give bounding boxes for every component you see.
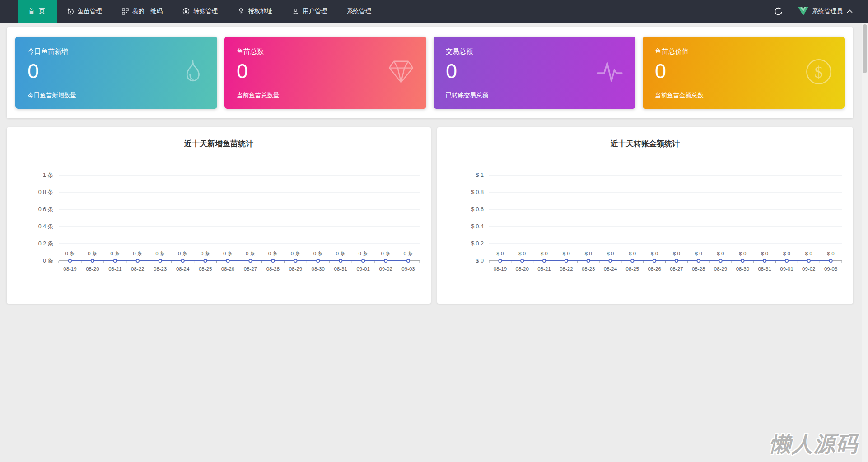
diamond-icon [387,59,415,86]
svg-text:09-01: 09-01 [356,266,369,272]
svg-text:08-20: 08-20 [86,266,99,272]
svg-text:0 条: 0 条 [65,251,75,256]
svg-text:$ 0: $ 0 [651,251,658,256]
svg-text:0 条: 0 条 [291,251,300,256]
svg-text:0 条: 0 条 [336,251,345,256]
svg-text:$ 0: $ 0 [563,251,570,256]
svg-text:08-30: 08-30 [736,266,749,272]
nav-item-home[interactable]: 首 页 [18,0,57,23]
svg-text:0 条: 0 条 [133,251,142,256]
svg-text:08-24: 08-24 [176,266,190,272]
svg-text:$ 0.8: $ 0.8 [471,189,484,195]
key-icon [238,8,244,15]
line-chart-new-fry[interactable]: 1 条0.8 条0.6 条0.4 条0.2 条0 条0 条08-190 条08-… [7,153,431,299]
svg-text:$ 0: $ 0 [496,251,504,256]
svg-text:0 条: 0 条 [178,251,187,256]
stat-title: 今日鱼苗新增 [28,47,205,56]
svg-text:$ 0: $ 0 [761,251,768,256]
fish-icon [67,8,74,15]
stat-title: 交易总额 [446,47,623,56]
chart-card-transfer-amount: 近十天转账金额统计 $ 1$ 0.8$ 0.6$ 0.4$ 0.2$ 0$ 00… [437,127,853,304]
svg-text:0.2 条: 0.2 条 [38,240,53,247]
nav-item-system-management[interactable]: 系统管理 [337,0,381,23]
qrcode-icon [122,8,129,15]
svg-text:08-29: 08-29 [714,266,727,272]
svg-text:0 条: 0 条 [43,258,53,264]
user-name: 系统管理员 [812,7,843,15]
svg-text:$ 0.4: $ 0.4 [471,223,484,230]
chart-title: 近十天新增鱼苗统计 [7,127,431,149]
svg-text:$ 0.2: $ 0.2 [471,240,484,247]
refresh-icon[interactable] [774,7,783,16]
nav-item-my-qrcode[interactable]: 我的二维码 [112,0,173,23]
svg-text:0 条: 0 条 [223,251,233,256]
svg-text:09-02: 09-02 [379,266,392,272]
nav-item-authorized-address[interactable]: 授权地址 [228,0,282,23]
svg-text:$ 0: $ 0 [629,251,636,256]
stat-title: 鱼苗总数 [237,47,414,56]
svg-text:08-29: 08-29 [289,266,302,272]
scrollbar-thumb[interactable] [863,24,867,73]
vue-logo-icon [798,7,808,16]
svg-text:0 条: 0 条 [313,251,323,256]
svg-text:$ 0: $ 0 [518,251,526,256]
svg-text:$ 0: $ 0 [541,251,548,256]
svg-text:08-19: 08-19 [494,266,507,272]
top-navbar: 首 页鱼苗管理我的二维码转账管理授权地址用户管理系统管理 系统管理员 [0,0,868,23]
pulse-icon [596,59,624,86]
svg-text:$ 0: $ 0 [585,251,592,256]
svg-text:0 条: 0 条 [268,251,278,256]
svg-text:08-25: 08-25 [626,266,639,272]
stat-value: 0 [28,60,205,82]
stat-card-transaction-total: 交易总额 0 已转账交易总额 [434,37,635,109]
stat-subtitle: 已转账交易总额 [446,92,489,100]
svg-text:09-03: 09-03 [824,266,837,272]
svg-text:08-23: 08-23 [582,266,595,272]
svg-text:08-27: 08-27 [244,266,257,272]
nav-item-fry-management[interactable]: 鱼苗管理 [57,0,112,23]
svg-text:0 条: 0 条 [381,251,391,256]
svg-text:$ 0: $ 0 [805,251,812,256]
flame-icon [179,59,205,87]
chevron-up-icon [847,9,853,13]
user-icon [292,8,299,15]
svg-text:08-27: 08-27 [670,266,683,272]
stats-panel: 今日鱼苗新增 0 今日鱼苗新增数量 鱼苗总数 0 当前鱼苗总数量 交易总额 0 … [7,27,853,118]
svg-text:0 条: 0 条 [88,251,97,256]
nav-item-label: 鱼苗管理 [78,7,102,15]
svg-text:09-03: 09-03 [401,266,415,272]
svg-text:09-01: 09-01 [780,266,793,272]
svg-text:08-20: 08-20 [516,266,529,272]
svg-text:08-26: 08-26 [221,266,234,272]
svg-text:$ 1: $ 1 [476,172,484,178]
dollar-circle-icon: $ [805,58,833,88]
svg-text:0.8 条: 0.8 条 [38,189,53,195]
svg-text:$ 0: $ 0 [717,251,724,256]
stat-subtitle: 当前鱼苗金额总数 [655,92,704,100]
scrollbar[interactable] [862,23,868,462]
svg-text:09-02: 09-02 [802,266,815,272]
nav-item-user-management[interactable]: 用户管理 [282,0,337,23]
nav-item-transfer-management[interactable]: 转账管理 [173,0,228,23]
svg-text:08-22: 08-22 [560,266,573,272]
svg-text:$ 0: $ 0 [673,251,680,256]
nav-menu: 首 页鱼苗管理我的二维码转账管理授权地址用户管理系统管理 [18,0,381,23]
svg-text:0.4 条: 0.4 条 [38,223,53,230]
svg-text:$: $ [815,63,823,81]
svg-text:08-21: 08-21 [537,266,551,272]
stat-card-total-fry: 鱼苗总数 0 当前鱼苗总数量 [224,37,426,109]
chart-card-new-fry: 近十天新增鱼苗统计 1 条0.8 条0.6 条0.4 条0.2 条0 条0 条0… [7,127,431,304]
svg-text:0 条: 0 条 [201,251,210,256]
svg-text:08-31: 08-31 [334,266,347,272]
user-menu[interactable]: 系统管理员 [798,7,853,16]
svg-text:08-24: 08-24 [604,266,617,272]
svg-text:08-19: 08-19 [63,266,76,272]
svg-text:$ 0: $ 0 [783,251,790,256]
svg-text:08-21: 08-21 [108,266,121,272]
svg-text:0 条: 0 条 [155,251,165,256]
nav-item-label: 我的二维码 [132,7,163,15]
line-chart-transfer-amount[interactable]: $ 1$ 0.8$ 0.6$ 0.4$ 0.2$ 0$ 008-19$ 008-… [437,153,853,299]
nav-item-label: 用户管理 [303,7,327,15]
svg-text:1 条: 1 条 [43,172,53,178]
yen-circle-icon [182,8,190,15]
